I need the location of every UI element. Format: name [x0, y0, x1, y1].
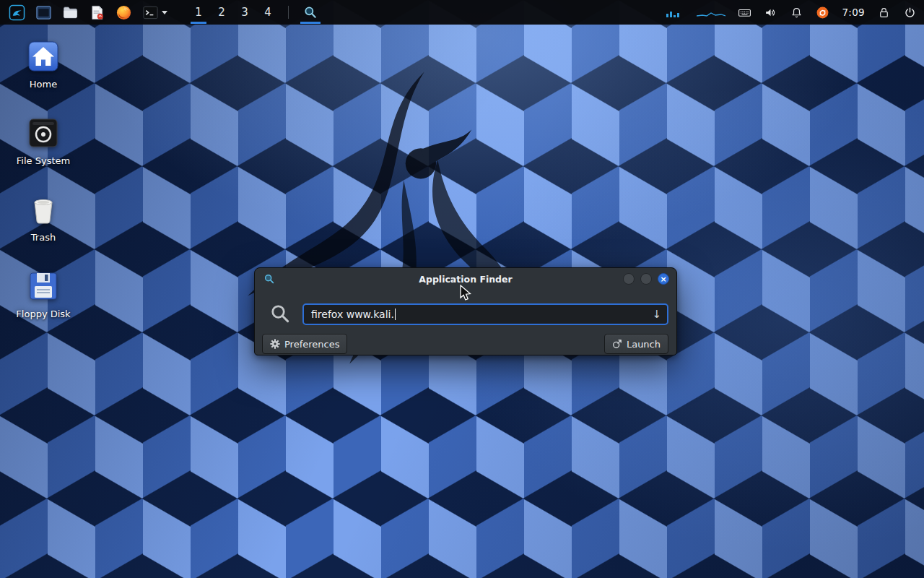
file-system-icon [26, 116, 61, 150]
taskbar-application-finder[interactable] [297, 0, 323, 25]
folder-icon [62, 4, 79, 21]
close-button[interactable]: × [658, 273, 669, 285]
desktop: 1 2 3 4 [0, 0, 924, 578]
launch-icon [612, 339, 622, 349]
desktop-icon-label: Trash [31, 232, 56, 243]
search-input[interactable]: firefox www.kali. ↓ [302, 303, 668, 325]
desktop-icon-floppy-disk[interactable]: Floppy Disk [9, 269, 78, 319]
workspace-4[interactable]: 4 [256, 0, 279, 25]
panel-launchers [7, 3, 168, 22]
kali-menu-button[interactable] [7, 3, 26, 22]
speaker-icon [764, 6, 777, 20]
chevron-down-icon [162, 11, 167, 14]
search-input-value: firefox www.kali. [311, 309, 394, 320]
launcher-terminal-dropdown[interactable] [141, 3, 168, 22]
mouse-cursor [458, 285, 474, 302]
firefox-icon [116, 4, 132, 21]
window-icon [35, 4, 52, 21]
preferences-button[interactable]: Preferences [262, 334, 347, 354]
home-icon [26, 39, 61, 74]
power-icon [903, 6, 917, 20]
cpu-graph-icon [666, 7, 684, 18]
kali-logo-icon [9, 4, 25, 21]
application-finder-icon [263, 273, 275, 285]
updates-button[interactable] [816, 6, 829, 20]
trash-icon [26, 192, 61, 227]
notifications-button[interactable] [790, 6, 803, 20]
workspace-switcher: 1 2 3 4 [187, 0, 279, 25]
application-finder-window: Application Finder × firefox www.kali. ↓ [254, 267, 677, 355]
panel-separator [288, 6, 289, 19]
clock[interactable]: 7:09 [842, 7, 865, 18]
bell-icon [790, 6, 803, 20]
launch-label: Launch [627, 339, 661, 350]
volume-button[interactable] [764, 6, 777, 20]
keyboard-icon [738, 6, 751, 20]
cpu-monitor-widget[interactable] [666, 7, 684, 18]
launch-button[interactable]: Launch [604, 334, 668, 354]
document-icon [89, 4, 105, 21]
lock-screen-button[interactable] [877, 6, 891, 20]
system-tray: 7:09 [666, 6, 917, 20]
gear-icon [270, 339, 280, 349]
desktop-icon-file-system[interactable]: File System [9, 116, 78, 166]
workspace-2[interactable]: 2 [210, 0, 233, 25]
floppy-disk-icon [26, 269, 61, 303]
search-icon [269, 303, 291, 324]
desktop-icon-label: Floppy Disk [16, 309, 70, 319]
launcher-file-manager[interactable] [61, 3, 79, 22]
maximize-button[interactable] [640, 273, 652, 285]
history-dropdown-icon[interactable]: ↓ [652, 308, 661, 321]
network-monitor-widget[interactable] [697, 7, 725, 18]
window-controls: × [623, 273, 669, 285]
launcher-text-editor[interactable] [87, 3, 106, 22]
desktop-icon-label: File System [17, 155, 70, 166]
network-graph-icon [697, 7, 725, 18]
terminal-icon [142, 4, 159, 21]
window-title: Application Finder [419, 274, 512, 285]
close-icon: × [660, 275, 666, 283]
desktop-icon-home[interactable]: Home [9, 39, 78, 90]
launcher-firefox[interactable] [114, 3, 133, 22]
top-panel: 1 2 3 4 [0, 0, 924, 25]
launcher-terminal-window[interactable] [34, 3, 53, 22]
application-finder-icon [303, 5, 318, 20]
desktop-icon-trash[interactable]: Trash [9, 192, 78, 243]
update-icon [816, 6, 829, 20]
workspace-1-label: 1 [195, 6, 202, 19]
text-cursor [395, 309, 396, 320]
desktop-icon-label: Home [30, 79, 57, 90]
minimize-button[interactable] [623, 273, 635, 285]
keyboard-layout-button[interactable] [738, 6, 751, 20]
workspace-3[interactable]: 3 [233, 0, 256, 25]
workspace-1[interactable]: 1 [187, 0, 210, 25]
workspace-2-label: 2 [218, 6, 225, 19]
workspace-3-label: 3 [241, 6, 248, 19]
logout-button[interactable] [903, 6, 917, 20]
desktop-icon-column: Home File System Trash [9, 39, 78, 319]
workspace-4-label: 4 [264, 6, 271, 19]
preferences-label: Preferences [284, 339, 339, 350]
lock-icon [877, 6, 891, 20]
